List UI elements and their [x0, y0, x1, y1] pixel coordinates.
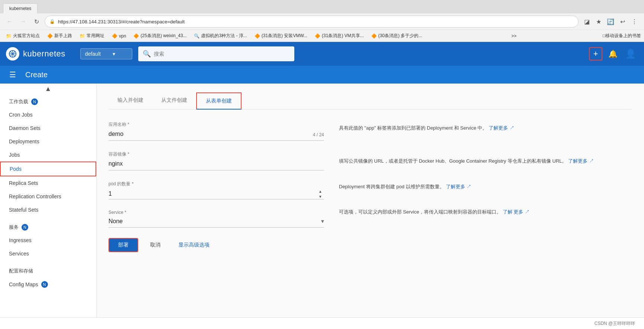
sub-header: ☰ Create: [0, 66, 644, 84]
header-right: + 🔔 👤: [589, 46, 638, 61]
app-name-field: 应用名称 * 4 / 24: [109, 121, 324, 141]
pod-count-spinner: ▲ ▼: [317, 189, 324, 199]
bookmark-icon: 📁: [6, 33, 12, 39]
back-button[interactable]: ←: [4, 16, 15, 27]
app-header: kubernetes default ▾ 🔍 + 🔔 👤: [0, 42, 644, 66]
extensions-button[interactable]: ◪: [582, 16, 592, 27]
form-left: 应用名称 * 4 / 24 容器镜像 *: [109, 121, 324, 252]
tab-form-create[interactable]: 从表单创建: [196, 92, 242, 110]
config-maps-badge: N: [41, 281, 48, 288]
address-text: https://47.108.144.231:30313/#/create?na…: [58, 19, 185, 25]
sidebar-item-replication-controllers[interactable]: Replication Controllers: [0, 190, 96, 203]
bookmark-common[interactable]: 📁 常用网址: [77, 32, 107, 40]
app-name-help: 具有此值的 "app" 标签将添加到已部署的 Deployment 和 Serv…: [339, 124, 632, 132]
bookmark-icon: 📁: [80, 33, 85, 39]
sidebar-section-service-header: 服务 N: [0, 216, 96, 234]
address-bar[interactable]: 🔒 https://47.108.144.231:30313/#/create?…: [45, 16, 579, 27]
cancel-button[interactable]: 取消: [144, 239, 166, 251]
app-logo[interactable]: kubernetes: [6, 47, 65, 61]
extension-btn1[interactable]: 🔄: [605, 16, 616, 27]
service-select[interactable]: None Internal External: [109, 216, 321, 226]
account-button[interactable]: 👤: [623, 46, 638, 61]
reload-button[interactable]: ↻: [31, 16, 42, 27]
service-label: Service *: [109, 210, 324, 215]
add-resource-button[interactable]: +: [589, 47, 602, 61]
bookmarks-more-button[interactable]: >>: [508, 33, 520, 39]
menu-button[interactable]: ⋮: [629, 16, 640, 27]
pod-count-decrement[interactable]: ▼: [317, 194, 324, 199]
sidebar-item-replica-sets[interactable]: Replica Sets: [0, 176, 96, 190]
sidebar-item-jobs[interactable]: Jobs: [0, 148, 96, 162]
sidebar-item-pods[interactable]: Pods: [0, 162, 96, 176]
sidebar-item-stateful-sets[interactable]: Stateful Sets: [0, 203, 96, 216]
service-help-link2[interactable]: 更多 ↗: [514, 209, 530, 215]
app-logo-text: kubernetes: [23, 49, 65, 59]
bookmark-count[interactable]: 🔶 (30条消息) 多于少的...: [368, 32, 425, 40]
pod-count-help-link[interactable]: 了解更多 ↗: [446, 184, 472, 189]
bookmark-weixin[interactable]: 🔶 (25条消息) weixin_43...: [130, 32, 190, 40]
bookmark-icon: 🔶: [255, 33, 260, 39]
container-image-field: 容器镜像 *: [109, 151, 324, 170]
hamburger-icon: ☰: [9, 70, 16, 79]
bookmark-vmware1[interactable]: 🔶 (31条消息) 安装VMW...: [252, 32, 310, 40]
sidebar-scroll-up-button[interactable]: ▲: [43, 84, 53, 94]
main-layout: ▲ 工作负载 N Cron Jobs Daemon Sets Deploymen…: [0, 84, 644, 317]
sidebar-item-deployments[interactable]: Deployments: [0, 135, 96, 148]
forward-button[interactable]: →: [18, 16, 28, 27]
bookmark-icon: 🔶: [371, 33, 377, 39]
tab-input-create[interactable]: 输入并创建: [109, 92, 152, 110]
deploy-button[interactable]: 部署: [109, 238, 138, 252]
tab-file-create[interactable]: 从文件创建: [152, 92, 196, 110]
mobile-bookmarks[interactable]: □移动设备上的书签: [603, 33, 641, 39]
browser-chrome: kubernetes ← → ↻ 🔒 https://47.108.144.23…: [0, 0, 644, 42]
notification-button[interactable]: 🔔: [605, 46, 620, 61]
action-buttons: 部署 取消 显示高级选项: [109, 238, 324, 252]
search-bar[interactable]: 🔍: [138, 46, 294, 61]
pod-count-input-wrapper: ▲ ▼: [109, 189, 324, 199]
page-title: Create: [25, 71, 48, 79]
namespace-dropdown[interactable]: default ▾: [80, 48, 132, 59]
pod-count-label: pod 的数量 *: [109, 181, 324, 187]
container-image-help-link[interactable]: 了解更多 ↗: [568, 158, 594, 164]
app-wrapper: kubernetes default ▾ 🔍 + 🔔 👤 ☰ Create: [0, 42, 644, 329]
container-image-input[interactable]: [109, 159, 324, 169]
bookmark-vpn[interactable]: 🔶 vpn: [109, 33, 129, 39]
kubernetes-logo-icon: [6, 47, 19, 61]
pod-count-increment[interactable]: ▲: [317, 189, 324, 194]
search-input[interactable]: [154, 51, 290, 57]
hamburger-menu-button[interactable]: ☰: [6, 68, 19, 81]
namespace-selector: default ▾: [80, 48, 132, 59]
app-name-label: 应用名称 *: [109, 121, 324, 128]
bookmark-newbie[interactable]: 🔶 新手上路: [44, 32, 75, 40]
pod-count-field: pod 的数量 * ▲ ▼: [109, 181, 324, 199]
advanced-options-button[interactable]: 显示高级选项: [172, 239, 216, 251]
bookmark-button[interactable]: ★: [593, 16, 604, 27]
footer: CSDN @王咩咩咩咩: [0, 317, 644, 329]
service-field: Service * None Internal External ▾: [109, 210, 324, 228]
sidebar-section-config-header: 配置和存储: [0, 260, 96, 277]
security-icon: 🔒: [49, 19, 55, 24]
bookmark-foxsite[interactable]: 📁 火狐官方站点: [3, 32, 43, 40]
active-tab[interactable]: kubernetes: [3, 3, 38, 13]
sidebar-item-services[interactable]: Services: [0, 247, 96, 260]
extension-btn2[interactable]: ↩: [617, 16, 628, 27]
bookmark-icon: 🔶: [47, 33, 53, 39]
service-dropdown-arrow-icon: ▾: [321, 218, 324, 225]
pod-count-help: Deployment 将跨集群创建 pod 以维护所需数量。 了解更多 ↗: [339, 183, 632, 191]
sidebar: ▲ 工作负载 N Cron Jobs Daemon Sets Deploymen…: [0, 84, 97, 317]
sidebar-item-ingresses[interactable]: Ingresses: [0, 234, 96, 247]
pod-count-input[interactable]: [109, 189, 317, 199]
service-help: 可选项，可以定义内部或外部 Service，将传入端口映射到容器的目标端口。 了…: [339, 208, 632, 216]
bookmark-vm1[interactable]: 🔍 虚拟机的3种方法 - 淳...: [191, 32, 250, 40]
bookmark-icon: 🔶: [133, 33, 139, 39]
app-name-help-link[interactable]: 了解更多 ↗: [489, 125, 514, 131]
sidebar-item-config-maps[interactable]: Config Maps N: [0, 277, 96, 291]
service-help-link[interactable]: 了解: [503, 209, 512, 215]
app-name-input[interactable]: [109, 129, 324, 139]
account-icon: 👤: [625, 49, 636, 59]
bookmark-vmshare[interactable]: 🔶 (31条消息) VM共享...: [312, 32, 367, 40]
sidebar-item-cron-jobs[interactable]: Cron Jobs: [0, 108, 96, 121]
sidebar-item-daemon-sets[interactable]: Daemon Sets: [0, 121, 96, 135]
container-image-help: 填写公共镜像的 URL，或者是托管于 Docker Hub、Google Con…: [339, 157, 632, 165]
tabs-bar: 输入并创建 从文件创建 从表单创建: [109, 92, 632, 110]
